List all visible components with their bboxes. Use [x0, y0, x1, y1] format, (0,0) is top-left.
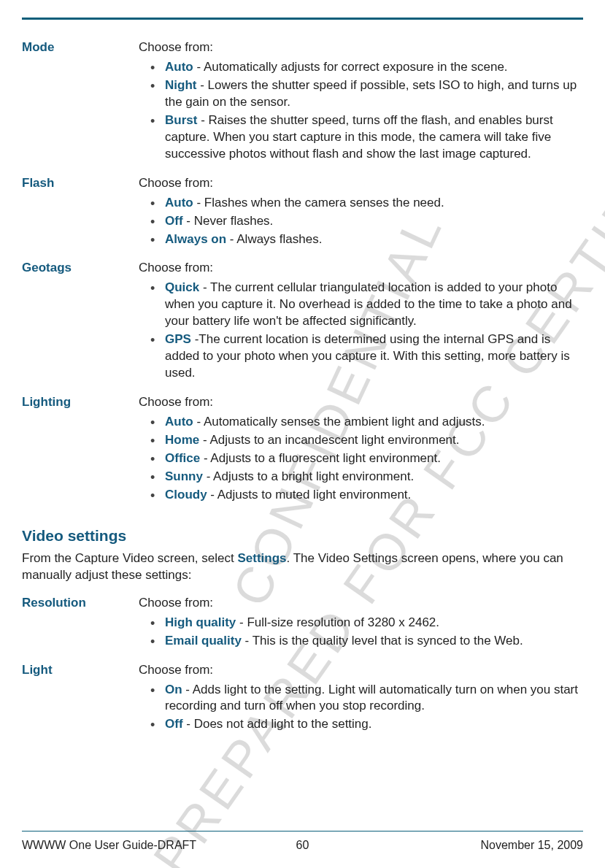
footer-page-number: 60	[22, 839, 583, 852]
list-item: Auto - Automatically adjusts for correct…	[155, 59, 583, 76]
opt-desc: - Adds light to the setting. Light will …	[165, 683, 578, 713]
opt-desc: - Does not add light to the setting.	[183, 717, 372, 731]
list-item: Quick - The current cellular triangulate…	[155, 280, 583, 330]
opt-name: Sunny	[165, 469, 203, 483]
opt-name: Email quality	[165, 634, 242, 648]
setting-resolution: Resolution Choose from: High quality - F…	[22, 596, 583, 660]
geotags-options: Quick - The current cellular triangulate…	[139, 280, 583, 382]
choose-text: Choose from:	[139, 395, 583, 410]
list-item: Email quality - This is the quality leve…	[155, 633, 583, 650]
opt-name: Auto	[165, 196, 193, 210]
page-content: Mode Choose from: Auto - Automatically a…	[22, 40, 583, 743]
setting-label-light: Light	[22, 663, 139, 677]
opt-desc: - Never flashes.	[183, 214, 274, 228]
choose-text: Choose from:	[139, 40, 583, 55]
opt-name: Off	[165, 717, 183, 731]
list-item: On - Adds light to the setting. Light wi…	[155, 682, 583, 715]
list-item: GPS -The current location is determined …	[155, 331, 583, 382]
setting-body-flash: Choose from: Auto - Flashes when the cam…	[139, 176, 583, 258]
opt-desc: - Flashes when the camera senses the nee…	[193, 196, 444, 210]
flash-options: Auto - Flashes when the camera senses th…	[139, 195, 583, 248]
list-item: Night - Lowers the shutter speed if poss…	[155, 77, 583, 111]
opt-name: Office	[165, 451, 200, 465]
setting-label-flash: Flash	[22, 176, 139, 191]
choose-text: Choose from:	[139, 663, 583, 677]
opt-name: Auto	[165, 60, 193, 74]
setting-body-mode: Choose from: Auto - Automatically adjust…	[139, 40, 583, 173]
setting-label-lighting: Lighting	[22, 395, 139, 410]
opt-desc: - Adjusts to muted light environment.	[207, 488, 412, 502]
opt-desc: - Lowers the shutter speed if possible, …	[165, 78, 577, 109]
setting-flash: Flash Choose from: Auto - Flashes when t…	[22, 176, 583, 258]
opt-desc: - Adjusts to a bright light environment.	[203, 469, 414, 483]
setting-mode: Mode Choose from: Auto - Automatically a…	[22, 40, 583, 173]
light-options: On - Adds light to the setting. Light wi…	[139, 682, 583, 734]
opt-name: Off	[165, 214, 183, 228]
opt-desc: -The current location is determined usin…	[165, 332, 570, 380]
intro-pre: From the Capture Video screen, select	[22, 551, 237, 565]
opt-name: High quality	[165, 615, 236, 629]
opt-desc: - Adjusts to a fluorescent light environ…	[200, 451, 441, 465]
list-item: Home - Adjusts to an incandescent light …	[155, 432, 583, 449]
list-item: Burst - Raises the shutter speed, turns …	[155, 112, 583, 163]
setting-body-resolution: Choose from: High quality - Full-size re…	[139, 596, 583, 660]
opt-desc: - Always flashes.	[226, 232, 322, 246]
setting-label-mode: Mode	[22, 40, 139, 55]
list-item: Auto - Flashes when the camera senses th…	[155, 195, 583, 212]
opt-name: Night	[165, 78, 196, 92]
opt-desc: - Automatically adjusts for correct expo…	[193, 60, 508, 74]
opt-desc: - Adjusts to an incandescent light envir…	[199, 433, 459, 447]
opt-desc: - Full-size resolution of 3280 x 2462.	[236, 615, 439, 629]
list-item: Always on - Always flashes.	[155, 231, 583, 248]
lighting-options: Auto - Automatically senses the ambient …	[139, 414, 583, 504]
choose-text: Choose from:	[139, 261, 583, 275]
opt-desc: - The current cellular triangulated loca…	[165, 280, 572, 328]
opt-desc: - Automatically senses the ambient light…	[193, 415, 485, 429]
setting-label-resolution: Resolution	[22, 596, 139, 610]
list-item: Office - Adjusts to a fluorescent light …	[155, 450, 583, 467]
settings-link-inline: Settings	[237, 551, 286, 565]
opt-name: GPS	[165, 332, 191, 346]
setting-light: Light Choose from: On - Adds light to th…	[22, 663, 583, 744]
opt-desc: - This is the quality level that is sync…	[242, 634, 523, 648]
top-rule	[22, 18, 583, 20]
opt-name: Quick	[165, 280, 199, 294]
opt-name: Always on	[165, 232, 226, 246]
list-item: Auto - Automatically senses the ambient …	[155, 414, 583, 431]
list-item: Cloudy - Adjusts to muted light environm…	[155, 487, 583, 504]
opt-name: Burst	[165, 113, 197, 127]
choose-text: Choose from:	[139, 596, 583, 610]
list-item: Sunny - Adjusts to a bright light enviro…	[155, 469, 583, 485]
choose-text: Choose from:	[139, 176, 583, 191]
setting-body-light: Choose from: On - Adds light to the sett…	[139, 663, 583, 744]
setting-body-lighting: Choose from: Auto - Automatically senses…	[139, 395, 583, 514]
video-settings-heading: Video settings	[22, 527, 583, 545]
setting-geotags: Geotags Choose from: Quick - The current…	[22, 261, 583, 392]
opt-desc: - Raises the shutter speed, turns off th…	[165, 113, 553, 161]
opt-name: Auto	[165, 415, 193, 429]
opt-name: On	[165, 683, 182, 696]
list-item: Off - Never flashes.	[155, 213, 583, 230]
opt-name: Home	[165, 433, 199, 447]
setting-lighting: Lighting Choose from: Auto - Automatical…	[22, 395, 583, 514]
video-settings-intro: From the Capture Video screen, select Se…	[22, 550, 583, 584]
mode-options: Auto - Automatically adjusts for correct…	[139, 59, 583, 163]
setting-body-geotags: Choose from: Quick - The current cellula…	[139, 261, 583, 392]
list-item: Off - Does not add light to the setting.	[155, 716, 583, 733]
list-item: High quality - Full-size resolution of 3…	[155, 615, 583, 631]
opt-name: Cloudy	[165, 488, 207, 502]
resolution-options: High quality - Full-size resolution of 3…	[139, 615, 583, 650]
page-footer: WWWW One User Guide-DRAFT 60 November 15…	[22, 831, 583, 852]
setting-label-geotags: Geotags	[22, 261, 139, 275]
